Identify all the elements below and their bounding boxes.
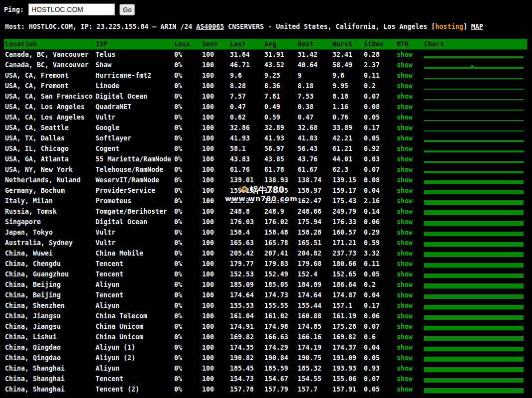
cell-loss: 0% — [174, 353, 202, 363]
go-button[interactable]: Go — [119, 4, 135, 15]
cell-loss: 0% — [174, 70, 202, 81]
cell-best: 162.47 — [298, 196, 332, 206]
cell-loss: 0% — [174, 363, 202, 374]
cell-last: 0.62 — [230, 112, 264, 123]
cell-worst: 155.06 — [332, 374, 364, 384]
latency-bar — [424, 252, 524, 257]
cell-sent: 100 — [202, 60, 230, 70]
cell-worst: 62.3 — [332, 164, 364, 175]
mtr-show-link[interactable]: show — [397, 321, 424, 332]
cell-sent: 100 — [202, 196, 230, 206]
mtr-show-link[interactable]: show — [397, 248, 424, 259]
cell-isp: China Telecom — [96, 311, 174, 321]
cell-sent: 100 — [202, 238, 230, 248]
cell-best: 7.53 — [298, 91, 332, 102]
mtr-show-link[interactable]: show — [397, 238, 424, 248]
mtr-show-link[interactable]: show — [397, 164, 424, 175]
cell-stdev: 0.93 — [364, 363, 397, 374]
mtr-show-link[interactable]: show — [397, 259, 424, 269]
cell-location: China, Shanghai — [5, 363, 96, 374]
mtr-show-link[interactable]: show — [397, 49, 424, 60]
mtr-show-link[interactable]: show — [397, 154, 424, 164]
mtr-show-link[interactable]: show — [397, 290, 424, 300]
cell-location: USA, CA, Fremont — [5, 81, 96, 91]
table-row: USA, CA, FremontHurricane-fmt20%1009.69.… — [4, 70, 527, 81]
map-link[interactable]: MAP — [471, 23, 483, 30]
column-header-stdev: StDev — [364, 39, 397, 49]
mtr-show-link[interactable]: show — [397, 175, 424, 185]
latency-bar — [424, 67, 524, 69]
cell-avg: 174.73 — [264, 290, 298, 300]
mtr-show-link[interactable]: show — [397, 206, 424, 217]
latency-sparkline — [424, 290, 527, 300]
cell-worst: 159.17 — [332, 185, 364, 196]
cell-isp: Prometeus — [96, 196, 174, 206]
cell-avg: 174.29 — [264, 342, 298, 353]
mtr-show-link[interactable]: show — [397, 342, 424, 353]
cell-stdev: 0.05 — [364, 112, 397, 123]
cell-loss: 0% — [174, 123, 202, 133]
cell-loss: 0% — [174, 248, 202, 259]
column-header-sent: Sent — [202, 39, 230, 49]
cell-stdev: 0.11 — [364, 70, 397, 81]
latency-bar — [424, 200, 524, 205]
latency-bar — [424, 347, 524, 351]
mtr-show-link[interactable]: show — [397, 217, 424, 227]
mtr-show-link[interactable]: show — [397, 143, 424, 154]
cell-worst: 186.64 — [332, 279, 364, 290]
cell-sent: 100 — [202, 133, 230, 143]
cell-avg: 154.67 — [264, 374, 298, 384]
cell-avg: 43.85 — [264, 154, 298, 164]
mtr-show-link[interactable]: show — [397, 269, 424, 279]
cell-best: 160.88 — [298, 311, 332, 321]
mtr-show-link[interactable]: show — [397, 91, 424, 102]
asn-link[interactable]: AS40065 — [196, 23, 224, 30]
cell-last: 157.78 — [230, 384, 264, 395]
mtr-show-link[interactable]: show — [397, 279, 424, 290]
cell-avg: 190.84 — [264, 353, 298, 363]
table-row: China, BeijingTencent0%100174.64174.7317… — [4, 290, 527, 300]
cell-isp: Telehouse/RamNode — [96, 164, 174, 175]
cell-best: 9 — [298, 70, 332, 81]
cell-worst: 169.82 — [332, 332, 364, 342]
cell-stdev: 0.92 — [364, 143, 397, 154]
cell-isp: Tencent — [96, 259, 174, 269]
cell-loss: 0% — [174, 196, 202, 206]
cell-last: 159.11 — [230, 185, 264, 196]
cell-isp: WeservIT/RamNode — [96, 175, 174, 185]
cell-last: 163.29 — [230, 196, 264, 206]
cell-last: 43.83 — [230, 154, 264, 164]
cell-best: 158.28 — [298, 227, 332, 238]
cell-worst: 42.21 — [332, 133, 364, 143]
mtr-show-link[interactable]: show — [397, 363, 424, 374]
cell-isp: Aliyun — [96, 300, 174, 311]
mtr-show-link[interactable]: show — [397, 196, 424, 206]
mtr-show-link[interactable]: show — [397, 384, 424, 395]
cell-isp: China Unicom — [96, 332, 174, 342]
mtr-show-link[interactable]: show — [397, 102, 424, 112]
mtr-show-link[interactable]: show — [397, 185, 424, 196]
mtr-show-link[interactable]: show — [397, 353, 424, 363]
mtr-show-link[interactable]: show — [397, 332, 424, 342]
table-row: USA, IL, ChicagoCogent0%10058.156.9756.4… — [4, 143, 527, 154]
cell-sent: 100 — [202, 290, 230, 300]
mtr-show-link[interactable]: show — [397, 374, 424, 384]
mtr-show-link[interactable]: show — [397, 81, 424, 91]
table-row: USA, TX, DallasSoftlayer0%10041.9341.934… — [4, 133, 527, 143]
mtr-show-link[interactable]: show — [397, 133, 424, 143]
table-row: China, QingdaoAliyun (2)0%100190.82190.8… — [4, 353, 527, 363]
cell-location: China, Shanghai — [5, 374, 96, 384]
ping-table-body: Canada, BC, VancouverTelus0%10031.6431.9… — [4, 49, 527, 395]
mtr-show-link[interactable]: show — [397, 60, 424, 70]
mtr-show-link[interactable]: show — [397, 311, 424, 321]
mtr-show-link[interactable]: show — [397, 123, 424, 133]
cell-stdev: 0.07 — [364, 164, 397, 175]
mtr-show-link[interactable]: show — [397, 227, 424, 238]
cell-stdev: 0.05 — [364, 353, 397, 363]
mtr-show-link[interactable]: show — [397, 70, 424, 81]
cell-isp: Linode — [96, 81, 174, 91]
mtr-show-link[interactable]: show — [397, 300, 424, 311]
ping-host-input[interactable] — [28, 3, 115, 15]
latency-sparkline — [424, 102, 527, 112]
mtr-show-link[interactable]: show — [397, 112, 424, 123]
